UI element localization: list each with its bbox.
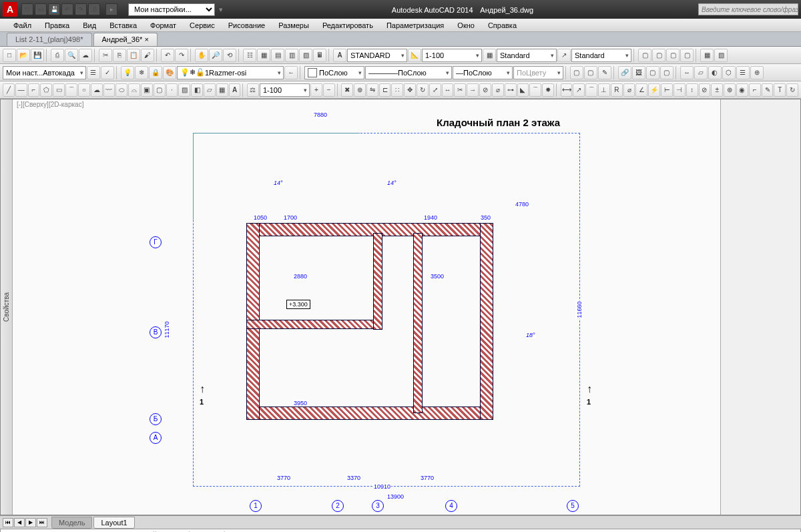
viewport-1-icon[interactable]: ▢ — [638, 49, 651, 62]
tool-paste-icon[interactable]: 📋 — [127, 49, 140, 62]
viewport-2-icon[interactable]: ▢ — [652, 49, 665, 62]
qat-new-icon[interactable]: □ — [21, 3, 33, 15]
qat-redo-icon[interactable]: ↷ — [75, 3, 87, 15]
doc-tab-2[interactable]: Андрей_36* × — [93, 33, 158, 46]
table-style-dropdown[interactable]: Standard — [497, 49, 557, 62]
anno-scale-icon[interactable]: ⚖ — [247, 83, 259, 97]
menu-window[interactable]: Окно — [451, 21, 481, 29]
mleader-style-icon[interactable]: ↗ — [557, 49, 571, 62]
xline-icon[interactable]: — — [15, 83, 27, 97]
model-viewport[interactable]: [-][Сверху][2D-каркас] Кладочный план 2 … — [13, 99, 720, 515]
break-point-icon[interactable]: ⊘ — [479, 83, 491, 97]
dim-quick-icon[interactable]: ⚡ — [648, 83, 660, 97]
menu-parametric[interactable]: Параметризация — [380, 21, 451, 29]
inspect-icon[interactable]: ◉ — [736, 83, 748, 97]
layer-states-icon[interactable]: ✓ — [101, 66, 114, 79]
arc-icon[interactable]: ⌒ — [65, 83, 77, 97]
measure-dist-icon[interactable]: ↔ — [680, 66, 694, 79]
region-icon[interactable]: ▱ — [204, 83, 216, 97]
layout-nav-prev-icon[interactable]: ◀ — [14, 518, 25, 527]
block-create-icon[interactable]: ▢ — [584, 66, 597, 79]
lineweight-dropdown[interactable]: — ПоСлою — [453, 66, 513, 79]
window-cascade-icon[interactable]: ▧ — [714, 49, 728, 62]
properties-palette-collapsed[interactable]: Свойства — [1, 99, 13, 515]
stretch-icon[interactable]: ↔ — [442, 83, 454, 97]
dim-break-icon[interactable]: ⊘ — [699, 83, 711, 97]
erase-icon[interactable]: ✖ — [341, 83, 353, 97]
layer-manager-icon[interactable]: ☰ — [87, 66, 100, 79]
mtext-icon[interactable]: A — [229, 83, 241, 97]
tool-redo-icon[interactable]: ↷ — [175, 49, 188, 62]
linetype-dropdown[interactable]: ———— ПоСлою — [365, 66, 452, 79]
layout-tab-model[interactable]: Модель — [51, 517, 92, 529]
anno-del-icon[interactable]: − — [323, 83, 335, 97]
layout-nav-next-icon[interactable]: ▶ — [25, 518, 36, 527]
plotstyle-dropdown[interactable]: ПоЦвету — [513, 66, 563, 79]
dim-continue-icon[interactable]: ⊣ — [674, 83, 686, 97]
break-icon[interactable]: ⌀ — [492, 83, 504, 97]
anno-add-icon[interactable]: + — [310, 83, 322, 97]
menu-view[interactable]: Вид — [76, 21, 103, 29]
menu-modify[interactable]: Редактировать — [316, 21, 380, 29]
field-icon[interactable]: ▢ — [646, 66, 659, 79]
viewport-4-icon[interactable]: ▢ — [680, 49, 694, 62]
text-style-dropdown[interactable]: STANDARD — [347, 49, 407, 62]
layer-off-icon[interactable]: 💡 — [121, 66, 134, 79]
layer-color-icon[interactable]: 🎨 — [163, 66, 176, 79]
dim-aligned-icon[interactable]: ↗ — [573, 83, 585, 97]
layer-freeze-icon[interactable]: ❄ — [135, 66, 148, 79]
viewport-3-icon[interactable]: ▢ — [666, 49, 680, 62]
dim-radius-icon[interactable]: R — [611, 83, 623, 97]
dim-linear-icon[interactable]: ⟷ — [561, 83, 573, 97]
anno-scale-dropdown[interactable]: 1-100 — [260, 83, 310, 97]
menu-insert[interactable]: Вставка — [103, 21, 144, 29]
insert-block-icon[interactable]: ▣ — [141, 83, 153, 97]
point-icon[interactable]: · — [166, 83, 178, 97]
layout-nav-first-icon[interactable]: ⏮ — [3, 518, 13, 527]
menu-tools[interactable]: Сервис — [183, 21, 222, 29]
spline-icon[interactable]: 〰 — [103, 83, 115, 97]
menu-help[interactable]: Справка — [481, 21, 523, 29]
qat-undo-icon[interactable]: ↶ — [61, 3, 73, 15]
right-scrollbar-area[interactable] — [720, 99, 800, 515]
pline-icon[interactable]: ⌐ — [28, 83, 40, 97]
list-icon[interactable]: ☰ — [736, 66, 750, 79]
layer-prev-icon[interactable]: ← — [284, 66, 298, 79]
tool-save-icon[interactable]: 💾 — [31, 49, 44, 62]
dim-diameter-icon[interactable]: ⌀ — [623, 83, 635, 97]
array-icon[interactable]: ∷ — [391, 83, 403, 97]
menu-format[interactable]: Формат — [144, 21, 183, 29]
tool-undo-icon[interactable]: ↶ — [161, 49, 174, 62]
dim-angular-icon[interactable]: ∠ — [635, 83, 647, 97]
viewport-controls[interactable]: [-][Сверху][2D-каркас] — [17, 101, 83, 108]
make-block-icon[interactable]: ▢ — [154, 83, 166, 97]
layer-lock-icon[interactable]: 🔒 — [149, 66, 162, 79]
xref-icon[interactable]: 🔗 — [618, 66, 631, 79]
tool-zoom-icon[interactable]: 🔎 — [209, 49, 222, 62]
tool-markup-icon[interactable]: ▧ — [299, 49, 312, 62]
layer-profile-dropdown[interactable]: Мои наст...Автокада — [3, 66, 86, 79]
mirror-icon[interactable]: ⇋ — [366, 83, 378, 97]
tool-properties-icon[interactable]: ☷ — [243, 49, 256, 62]
qat-open-icon[interactable]: ▭ — [35, 3, 47, 15]
dim-ordinate-icon[interactable]: ⊥ — [598, 83, 610, 97]
tool-calc-icon[interactable]: 🖩 — [313, 49, 326, 62]
fillet-icon[interactable]: ⌒ — [529, 83, 541, 97]
chamfer-icon[interactable]: ◣ — [517, 83, 529, 97]
layer-dropdown[interactable]: 💡❄🔓 1Razmer-osi — [177, 66, 284, 79]
gradient-icon[interactable]: ◧ — [191, 83, 203, 97]
color-dropdown[interactable]: ПоСлою — [304, 66, 364, 79]
workspace-dropdown[interactable]: Мои настройки... — [128, 3, 215, 16]
ole-icon[interactable]: ▢ — [660, 66, 674, 79]
circle-icon[interactable]: ○ — [78, 83, 90, 97]
tool-palette-icon[interactable]: ▤ — [271, 49, 284, 62]
block-edit-icon[interactable]: ✎ — [598, 66, 611, 79]
rotate-icon[interactable]: ↻ — [417, 83, 429, 97]
qat-save-icon[interactable]: 💾 — [48, 3, 60, 15]
explode-icon[interactable]: ✸ — [542, 83, 554, 97]
dim-style-icon[interactable]: 📐 — [408, 49, 421, 62]
layout-nav-last-icon[interactable]: ⏭ — [37, 518, 47, 527]
measure-area-icon[interactable]: ▱ — [694, 66, 708, 79]
table-style-icon[interactable]: ▦ — [483, 49, 496, 62]
block-insert-icon[interactable]: ▢ — [570, 66, 583, 79]
